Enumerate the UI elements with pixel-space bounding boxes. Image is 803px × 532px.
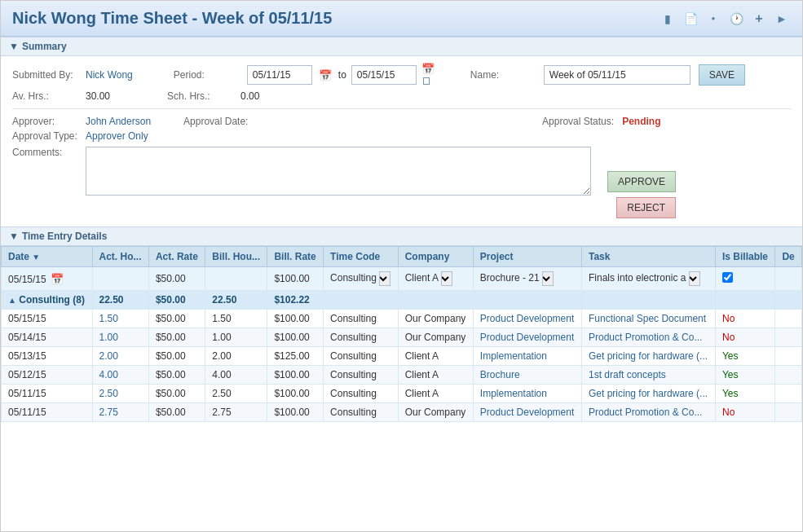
table-row: 05/12/15 4.00 $50.00 4.00 $100.00 Consul… — [2, 366, 802, 385]
row1-bill-hours: 1.50 — [205, 310, 267, 328]
row5-task-link[interactable]: Get pricing for hardware (... — [589, 388, 708, 399]
row6-task: Product Promotion & Co... — [582, 403, 716, 422]
table-row: 05/14/15 1.00 $50.00 1.00 $100.00 Consul… — [2, 328, 802, 347]
save-button[interactable]: SAVE — [699, 64, 745, 86]
group-label: ▲ Consulting (8) — [2, 291, 93, 310]
row5-date: 05/11/15 — [2, 385, 93, 403]
summary-header[interactable]: ▼ Summary — [1, 37, 802, 56]
billable-checkbox[interactable] — [722, 272, 733, 283]
row6-act-rate: $50.00 — [148, 403, 205, 422]
task-dropdown[interactable]: ▼ — [689, 271, 700, 286]
company-dropdown[interactable]: ▼ — [441, 271, 452, 286]
col-date[interactable]: Date ▼ — [2, 247, 93, 267]
row3-task-link[interactable]: Get pricing for hardware (... — [589, 350, 708, 362]
time-entry-header-label: Time Entry Details — [22, 231, 107, 242]
form-row-2: Av. Hrs.: 30.00 Sch. Hrs.: 0.00 — [12, 90, 791, 102]
row2-time-code: Consulting — [324, 328, 399, 347]
form-row-3: Approver: John Anderson Approval Date: A… — [12, 116, 791, 127]
period-to-input[interactable] — [351, 65, 417, 85]
row5-project-link[interactable]: Implementation — [480, 388, 547, 399]
av-hrs-value: 30.00 — [86, 90, 110, 102]
title-bar-icons: ▮ 📄 ● 🕐 + ► — [659, 10, 791, 28]
clock-icon[interactable]: 🕐 — [727, 10, 745, 28]
row4-task: 1st draft concepts — [582, 366, 716, 385]
row4-project-link[interactable]: Brochure — [480, 369, 520, 380]
row1-de — [775, 310, 802, 328]
group-empty-5 — [715, 291, 774, 310]
group-arrow[interactable]: ▲ — [8, 296, 16, 305]
reject-button[interactable]: REJECT — [616, 197, 676, 218]
group-empty-3 — [473, 291, 581, 310]
form-row-5: Comments: APPROVE REJECT — [12, 147, 791, 218]
row6-task-link[interactable]: Product Promotion & Co... — [589, 407, 702, 418]
row3-time-code: Consulting — [324, 347, 399, 366]
row2-act-hours-link[interactable]: 1.00 — [99, 332, 118, 343]
name-label: Name: — [470, 69, 536, 81]
row3-act-hours: 2.00 — [92, 347, 148, 366]
row3-bill-rate: $125.00 — [267, 347, 324, 366]
row6-act-hours-link[interactable]: 2.75 — [99, 407, 118, 418]
row1-time-code: Consulting — [324, 310, 399, 328]
row6-project: Product Development — [473, 403, 581, 422]
calendar-from-icon[interactable]: 📅 — [317, 67, 333, 83]
summary-header-label: Summary — [22, 41, 67, 52]
row2-date: 05/14/15 — [2, 328, 93, 347]
row1-bill-rate: $100.00 — [267, 310, 324, 328]
row3-project-link[interactable]: Implementation — [480, 350, 547, 362]
approver-value[interactable]: John Anderson — [86, 116, 151, 127]
row2-project-link[interactable]: Product Development — [480, 332, 574, 343]
main-window: Nick Wong Time Sheet - Week of 05/11/15 … — [0, 0, 803, 532]
name-input[interactable] — [544, 65, 690, 85]
row5-time-code: Consulting — [324, 385, 399, 403]
row6-project-link[interactable]: Product Development — [480, 407, 574, 418]
row1-act-hours-link[interactable]: 1.50 — [99, 313, 118, 324]
time-entry-header[interactable]: ▼ Time Entry Details — [1, 226, 802, 246]
row3-project: Implementation — [473, 347, 581, 366]
row2-bill-hours: 1.00 — [205, 328, 267, 347]
row5-billable: Yes — [715, 385, 774, 403]
row4-task-link[interactable]: 1st draft concepts — [589, 369, 666, 380]
col-bill-hours: Bill. Hou... — [205, 247, 267, 267]
active-task: Finals into electronic a ▼ — [582, 267, 716, 291]
row3-act-hours-link[interactable]: 2.00 — [99, 350, 118, 362]
active-bill-rate: $100.00 — [267, 267, 324, 291]
row1-task-link[interactable]: Functional Spec Document — [589, 313, 706, 324]
dot-icon: ● — [704, 10, 722, 28]
row4-project: Brochure — [473, 366, 581, 385]
row4-billable: Yes — [715, 366, 774, 385]
time-code-dropdown[interactable]: ▼ — [379, 271, 390, 286]
plus-icon[interactable]: + — [750, 10, 768, 28]
monitor-icon[interactable]: ▮ — [659, 10, 677, 28]
copy-icon[interactable]: 📄 — [682, 10, 699, 28]
group-empty-4 — [582, 291, 716, 310]
row4-de — [775, 366, 802, 385]
active-date-calendar-icon[interactable]: 📅 — [49, 270, 65, 287]
period-from-input[interactable] — [247, 65, 312, 85]
time-entry-table: Date ▼ Act. Ho... Act. Rate Bill. Hou...… — [1, 246, 802, 422]
row2-task-link[interactable]: Product Promotion & Co... — [589, 332, 702, 343]
row1-act-hours: 1.50 — [92, 310, 148, 328]
group-bill-hours: 22.50 — [205, 291, 267, 310]
row6-time-code: Consulting — [324, 403, 399, 422]
active-date: 05/15/15 📅 — [2, 267, 93, 291]
row6-bill-hours: 2.75 — [205, 403, 267, 422]
calendar-to-icon[interactable]: 📅🗌 — [421, 67, 438, 83]
approve-button[interactable]: APPROVE — [607, 171, 676, 192]
row4-time-code: Consulting — [324, 366, 399, 385]
row5-act-hours-link[interactable]: 2.50 — [99, 388, 118, 399]
comments-textarea[interactable] — [86, 147, 591, 196]
arrow-icon[interactable]: ► — [773, 10, 791, 28]
row1-project-link[interactable]: Product Development — [480, 313, 574, 324]
row1-date: 05/15/15 — [2, 310, 93, 328]
group-row-consulting: ▲ Consulting (8) 22.50 $50.00 22.50 $102… — [2, 291, 802, 310]
row4-act-hours-link[interactable]: 4.00 — [99, 369, 118, 380]
col-act-hours: Act. Ho... — [92, 247, 148, 267]
time-entry-chevron: ▼ — [9, 231, 19, 242]
project-dropdown[interactable]: ▼ — [542, 271, 554, 286]
row1-project: Product Development — [473, 310, 581, 328]
submitted-by-value: Nick Wong — [86, 69, 133, 81]
active-act-rate: $50.00 — [148, 267, 205, 291]
row1-billable: No — [715, 310, 774, 328]
group-act-hours: 22.50 — [92, 291, 148, 310]
form-row-4: Approval Type: Approver Only — [12, 130, 791, 142]
